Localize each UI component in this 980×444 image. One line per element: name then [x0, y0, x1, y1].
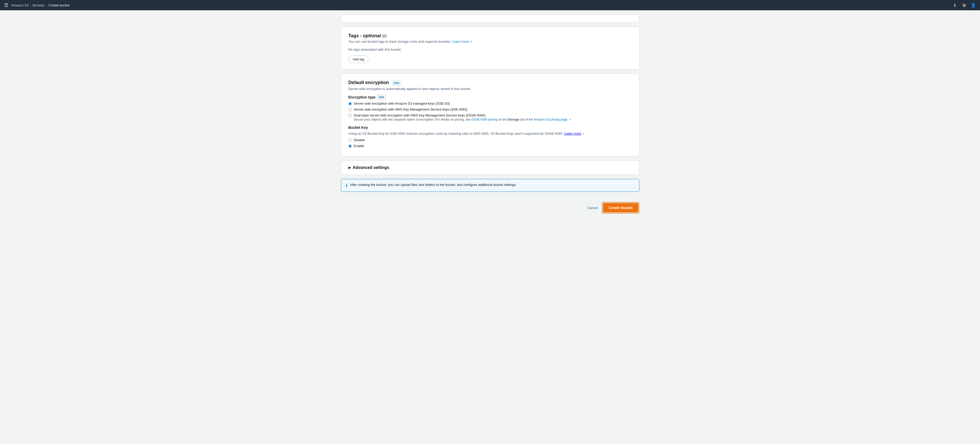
- radio-bk-enable: Enable: [348, 144, 632, 148]
- radio-bk-disable-input[interactable]: [348, 138, 352, 142]
- nav-left: ☰ Amazon S3 › Buckets › Create bucket: [4, 2, 70, 8]
- radio-bk-enable-label[interactable]: Enable: [354, 144, 364, 148]
- radio-sse-s3-label[interactable]: Server-side encryption with Amazon S3 ma…: [354, 102, 450, 105]
- create-bucket-highlight: Create bucket: [602, 202, 639, 213]
- dsse-kms-sub: Secure your objects with two separate la…: [354, 118, 571, 121]
- no-tags-text: No tags associated with this bucket.: [348, 48, 632, 51]
- radio-bk-disable: Disable: [348, 138, 632, 142]
- breadcrumb-current: Create bucket: [49, 3, 70, 7]
- tags-section: Tags - optional (0) You can use bucket t…: [341, 27, 639, 69]
- breadcrumb: Amazon S3 › Buckets › Create bucket: [11, 3, 70, 7]
- tags-count: (0): [382, 34, 387, 38]
- nav-right: ℹ ⊞ 👤: [952, 3, 976, 8]
- breadcrumb-sep-1: ›: [30, 3, 31, 7]
- encryption-info-link[interactable]: Info: [392, 81, 401, 85]
- radio-sse-s3-input[interactable]: [348, 102, 352, 105]
- radio-dsse-kms: Dual-layer server-side encryption with A…: [348, 113, 632, 121]
- radio-sse-kms: Server-side encryption with AWS Key Mana…: [348, 107, 632, 111]
- info-icon[interactable]: ℹ: [952, 3, 958, 8]
- top-navigation: ☰ Amazon S3 › Buckets › Create bucket ℹ …: [0, 0, 980, 10]
- radio-sse-s3: Server-side encryption with Amazon S3 ma…: [348, 102, 632, 105]
- encryption-section: Default encryption Info Server-side encr…: [341, 73, 639, 156]
- external-link-icon3: ↗: [582, 132, 584, 135]
- partial-top-card: [341, 14, 639, 22]
- encryption-desc: Server-side encryption is automatically …: [348, 87, 632, 91]
- advanced-settings-title: ▶ Advanced settings: [348, 165, 632, 170]
- encryption-type-info-link[interactable]: Info: [377, 95, 386, 100]
- grid-icon[interactable]: ⊞: [961, 3, 967, 8]
- encryption-title: Default encryption Info: [348, 80, 632, 85]
- encryption-type-label: Encryption type Info: [348, 95, 632, 100]
- footer-actions: Cancel Create bucket: [341, 198, 639, 218]
- hamburger-menu[interactable]: ☰: [4, 2, 8, 8]
- tags-title: Tags - optional (0): [348, 33, 632, 38]
- dsse-kms-pricing-link[interactable]: DSSE-KMS pricing: [471, 118, 497, 121]
- bucket-key-section: Bucket Key Using an S3 Bucket Key for SS…: [348, 126, 632, 148]
- add-tag-button[interactable]: Add tag: [348, 56, 369, 63]
- tags-desc: You can use bucket tags to track storage…: [348, 40, 632, 43]
- breadcrumb-buckets[interactable]: Buckets: [33, 3, 45, 7]
- tags-learn-more-link[interactable]: Learn more: [452, 40, 469, 43]
- info-banner: ℹ After creating the bucket, you can upl…: [341, 179, 639, 192]
- radio-sse-kms-label[interactable]: Server-side encryption with AWS Key Mana…: [354, 107, 468, 111]
- external-link-icon: ↗: [470, 40, 472, 43]
- radio-bk-enable-input[interactable]: [348, 145, 352, 148]
- create-bucket-button[interactable]: Create bucket: [603, 203, 638, 212]
- bucket-key-learn-more-link[interactable]: Learn more: [564, 132, 581, 135]
- bucket-key-desc: Using an S3 Bucket Key for SSE-KMS reduc…: [348, 132, 632, 135]
- user-icon[interactable]: 👤: [971, 3, 976, 8]
- page-content: Tags - optional (0) You can use bucket t…: [336, 10, 644, 238]
- tags-optional: - optional: [360, 33, 381, 38]
- breadcrumb-sep-2: ›: [46, 3, 47, 7]
- bucket-key-title: Bucket Key: [348, 126, 632, 130]
- info-banner-text: After creating the bucket, you can uploa…: [350, 183, 517, 187]
- collapse-icon: ▶: [348, 166, 351, 169]
- cancel-button[interactable]: Cancel: [587, 206, 598, 210]
- s3-pricing-link[interactable]: Amazon S3 pricing page.: [534, 118, 568, 121]
- radio-bk-disable-label[interactable]: Disable: [354, 138, 365, 142]
- external-link-icon2: ↗: [569, 118, 571, 121]
- radio-dsse-kms-label[interactable]: Dual-layer server-side encryption with A…: [354, 113, 485, 117]
- info-banner-icon: ℹ: [346, 183, 347, 188]
- radio-dsse-kms-input[interactable]: [348, 114, 352, 117]
- breadcrumb-s3[interactable]: Amazon S3: [11, 3, 29, 7]
- radio-sse-kms-input[interactable]: [348, 108, 352, 111]
- advanced-settings-section[interactable]: ▶ Advanced settings: [341, 161, 639, 175]
